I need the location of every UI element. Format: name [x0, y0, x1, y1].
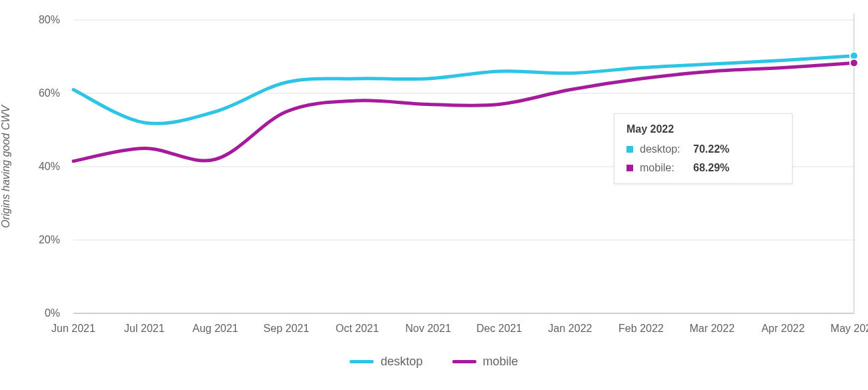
y-tick-label: 40%	[39, 161, 60, 172]
x-tick-label: Mar 2022	[689, 323, 735, 334]
x-tick-label: Sep 2021	[264, 323, 310, 334]
chart-container: Origins having good CWV Jun 2021Jul 2021…	[0, 0, 868, 390]
tooltip-series-name: mobile:	[640, 162, 687, 174]
x-tick-label: Jul 2021	[124, 323, 165, 334]
tooltip-swatch-icon	[626, 146, 633, 153]
tooltip-series-value: 70.22%	[693, 143, 729, 155]
tooltip-series-value: 68.29%	[693, 162, 729, 174]
x-tick-label: Apr 2022	[761, 323, 805, 334]
chart-tooltip: May 2022 desktop:70.22%mobile:68.29%	[614, 113, 793, 184]
legend-item-mobile[interactable]: mobile	[452, 355, 518, 369]
tooltip-swatch-icon	[626, 165, 633, 171]
tooltip-row: mobile:68.29%	[626, 162, 780, 174]
chart-legend: desktopmobile	[0, 355, 868, 369]
y-tick-label: 60%	[39, 87, 60, 99]
x-tick-label: May 2022	[831, 323, 868, 334]
legend-item-desktop[interactable]: desktop	[350, 355, 422, 369]
x-tick-label: Nov 2021	[406, 323, 452, 334]
legend-label: mobile	[483, 355, 518, 369]
x-tick-label: Jan 2022	[548, 323, 592, 334]
tooltip-row: desktop:70.22%	[626, 143, 780, 155]
x-tick-label: Feb 2022	[618, 323, 664, 334]
x-tick-label: Dec 2021	[476, 323, 522, 334]
tooltip-series-name: desktop:	[640, 143, 687, 155]
y-tick-label: 0%	[45, 307, 60, 319]
legend-swatch-icon	[350, 360, 374, 363]
legend-label: desktop	[380, 355, 422, 369]
y-tick-label: 20%	[39, 234, 60, 245]
x-tick-label: Aug 2021	[192, 323, 238, 334]
x-tick-label: Jun 2021	[51, 323, 95, 334]
y-tick-label: 80%	[39, 14, 60, 25]
legend-swatch-icon	[452, 360, 476, 363]
x-tick-label: Oct 2021	[336, 323, 379, 334]
tooltip-title: May 2022	[626, 123, 780, 135]
highlight-point-mobile	[850, 59, 858, 67]
